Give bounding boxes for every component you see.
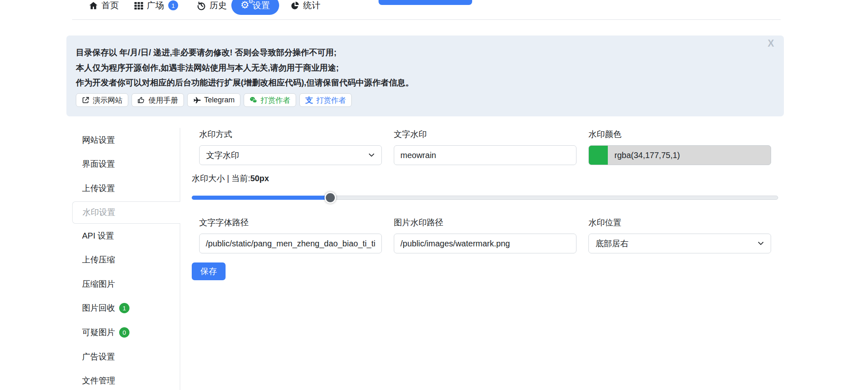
watermark-color-picker[interactable]: rgba(34,177,75,1)	[588, 145, 771, 165]
gear-icon: ⚙⚙	[240, 0, 249, 10]
sidebar-item-label: 广告设置	[82, 351, 115, 362]
sidebar-item-label: 上传设置	[82, 183, 115, 194]
slider-thumb[interactable]	[325, 192, 336, 203]
nav-item-label: 广场	[147, 0, 164, 11]
nav-item-label: 统计	[303, 0, 320, 11]
page-container: 首页 广场 1 历史 ⚙⚙ 设置	[66, 0, 784, 390]
nav-item-history[interactable]: 历史	[197, 0, 227, 15]
text-watermark-group: 文字水印	[394, 129, 576, 165]
demo-site-button[interactable]: 演示网站	[76, 93, 128, 107]
color-swatch	[589, 146, 608, 165]
sidebar-item-api[interactable]: API 设置	[72, 224, 180, 248]
history-icon	[197, 1, 206, 10]
watermark-size-slider[interactable]	[192, 196, 778, 200]
sidebar-item-label: 上传压缩	[82, 254, 115, 265]
alert-line: 作为开发者你可以对相应的后台功能进行扩展(增删改相应代码),但请保留代码中源作者…	[76, 75, 784, 90]
watermark-color-group: 水印颜色 rgba(34,177,75,1)	[588, 129, 771, 165]
color-value: rgba(34,177,75,1)	[614, 151, 680, 160]
settings-sidebar: 网站设置 界面设置 上传设置 水印设置 API 设置 上传压缩 压缩图片 图片回…	[72, 128, 180, 390]
grid-icon	[134, 1, 143, 10]
button-label: 使用手册	[148, 95, 178, 105]
plaza-count-badge: 1	[168, 0, 178, 10]
watermark-method-select[interactable]: 文字水印	[199, 145, 382, 165]
nav-item-label: 历史	[209, 0, 227, 11]
sidebar-item-upload[interactable]: 上传设置	[72, 176, 180, 201]
button-label: 打赏作者	[261, 95, 290, 105]
text-watermark-input[interactable]	[394, 145, 576, 165]
chevron-down-icon	[757, 241, 764, 246]
nav-item-stats[interactable]: 统计	[290, 0, 320, 15]
image-watermark-path-input[interactable]	[394, 234, 576, 253]
top-action-button[interactable]	[379, 0, 472, 5]
sidebar-item-compress-images[interactable]: 压缩图片	[72, 272, 180, 296]
selected-value: 文字水印	[206, 150, 239, 161]
notice-alert: X 目录保存以 年/月/日/ 递进,非必要请勿修改! 否则会导致部分操作不可用;…	[66, 35, 784, 116]
watermark-settings-panel: 水印方式 文字水印 文字水印 水印颜色 rgba(34,177,75,1)	[192, 128, 784, 390]
slider-fill	[192, 196, 330, 200]
alipay-icon: 支	[305, 95, 313, 106]
image-watermark-path-group: 图片水印路径	[394, 217, 576, 253]
watermark-size-label: 水印大小 | 当前:50px	[192, 173, 269, 184]
alert-line: 目录保存以 年/月/日/ 递进,非必要请勿修改! 否则会导致部分操作不可用;	[76, 45, 784, 60]
nav-item-label: 设置	[253, 0, 270, 11]
donate-alipay-button[interactable]: 支 打赏作者	[299, 93, 352, 107]
button-label: Telegram	[204, 96, 235, 104]
plane-icon	[193, 96, 201, 104]
button-label: 打赏作者	[316, 95, 346, 105]
font-path-group: 文字字体路径	[199, 217, 382, 253]
sidebar-item-label: 文件管理	[82, 375, 115, 386]
nav-item-settings[interactable]: ⚙⚙ 设置	[231, 0, 279, 15]
alert-close-button[interactable]: X	[768, 39, 774, 48]
sidebar-item-label: 水印设置	[82, 207, 115, 218]
recycle-count-badge: 1	[119, 303, 129, 313]
sidebar-item-suspicious[interactable]: 可疑图片 0	[72, 320, 180, 345]
sidebar-item-ads[interactable]: 广告设置	[72, 345, 180, 369]
sidebar-item-label: 图片回收	[82, 303, 115, 314]
watermark-method-group: 水印方式 文字水印	[199, 129, 382, 165]
sidebar-item-label: API 设置	[82, 230, 114, 241]
settings-tab-area: 网站设置 界面设置 上传设置 水印设置 API 设置 上传压缩 压缩图片 图片回…	[72, 128, 784, 390]
selected-value: 底部居右	[595, 238, 628, 249]
sidebar-item-label: 可疑图片	[82, 327, 115, 338]
image-watermark-path-label: 图片水印路径	[394, 217, 576, 228]
text-watermark-label: 文字水印	[394, 129, 576, 140]
watermark-position-select[interactable]: 底部居右	[588, 234, 771, 253]
nav-item-home[interactable]: 首页	[89, 0, 119, 15]
watermark-color-label: 水印颜色	[588, 129, 771, 140]
sidebar-item-interface[interactable]: 界面设置	[72, 152, 180, 177]
nav-item-plaza[interactable]: 广场 1	[134, 0, 178, 15]
sidebar-item-watermark[interactable]: 水印设置	[72, 201, 180, 224]
telegram-button[interactable]: Telegram	[187, 93, 240, 107]
watermark-method-label: 水印方式	[199, 129, 382, 140]
sidebar-item-label: 界面设置	[82, 158, 115, 170]
watermark-position-group: 水印位置 底部居右	[588, 217, 771, 253]
sidebar-item-label: 压缩图片	[82, 279, 115, 290]
chevron-down-icon	[368, 153, 375, 157]
home-icon	[89, 1, 98, 10]
alert-line: 本人仅为程序开源创作,如遇非法网站使用与本人无关,请勿用于商业用途;	[76, 60, 784, 76]
nav-divider	[72, 19, 781, 20]
button-label: 演示网站	[93, 95, 122, 105]
watermark-size-value: 50px	[250, 174, 269, 183]
nav-item-label: 首页	[101, 0, 119, 11]
external-link-icon	[82, 96, 89, 104]
manual-button[interactable]: 使用手册	[132, 93, 184, 107]
alert-buttons-row: 演示网站 使用手册 Telegram	[76, 93, 352, 107]
wechat-icon	[249, 96, 257, 104]
sidebar-item-upload-compress[interactable]: 上传压缩	[72, 248, 180, 272]
thumbs-up-icon	[137, 96, 145, 104]
sidebar-item-recycle[interactable]: 图片回收 1	[72, 296, 180, 321]
font-path-label: 文字字体路径	[199, 217, 382, 228]
pie-chart-icon	[290, 1, 300, 10]
sidebar-item-site[interactable]: 网站设置	[72, 128, 180, 152]
suspicious-count-badge: 0	[119, 327, 129, 338]
save-button[interactable]: 保存	[192, 262, 226, 280]
sidebar-item-files[interactable]: 文件管理	[72, 369, 180, 390]
watermark-position-label: 水印位置	[588, 217, 771, 228]
font-path-input[interactable]	[199, 234, 382, 253]
sidebar-item-label: 网站设置	[82, 135, 115, 146]
donate-wechat-button[interactable]: 打赏作者	[244, 93, 296, 107]
